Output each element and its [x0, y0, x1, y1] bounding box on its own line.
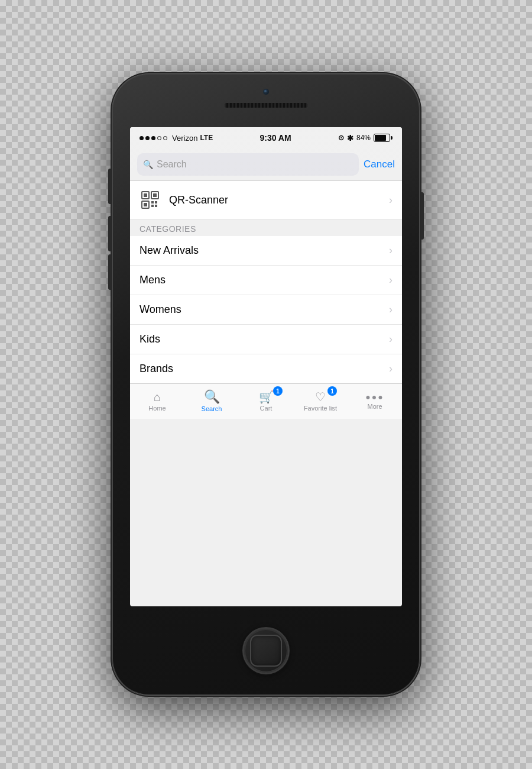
network-type: LTE	[200, 134, 213, 142]
battery-fill	[375, 135, 386, 141]
screen: Verizon LTE 9:30 AM ⊙ ✱ 84% 🔍 Search	[130, 127, 402, 606]
qr-scanner-label: QR-Scanner	[169, 194, 381, 206]
categories-list: New Arrivals › Mens › Womens › Kids › Br…	[130, 236, 402, 383]
tab-bar: ⌂ Home 🔍 Search 1 🛒 Cart 1 ♡ Favorite li…	[130, 383, 402, 419]
tab-favorites-label: Favorite list	[304, 405, 337, 412]
battery-body	[374, 134, 390, 142]
search-tab-icon: 🔍	[204, 390, 220, 403]
search-placeholder: Search	[157, 159, 187, 170]
more-icon: ●●●	[365, 393, 384, 401]
search-box[interactable]: 🔍 Search	[137, 153, 359, 176]
list-item[interactable]: Brands ›	[130, 354, 402, 383]
svg-rect-1	[144, 193, 147, 197]
tab-more[interactable]: ●●● More	[348, 384, 402, 419]
status-bar: Verizon LTE 9:30 AM ⊙ ✱ 84%	[130, 127, 402, 148]
battery-tip	[391, 136, 392, 140]
list-item[interactable]: New Arrivals ›	[130, 236, 402, 266]
signal-dots	[140, 136, 167, 140]
tab-search[interactable]: 🔍 Search	[184, 384, 239, 419]
categories-spacer: CATEGORIES	[130, 219, 402, 236]
camera	[262, 88, 270, 95]
search-area: 🔍 Search Cancel	[130, 148, 402, 180]
category-label-kids: Kids	[140, 333, 389, 345]
tab-search-label: Search	[202, 405, 222, 412]
cart-icon: 🛒	[259, 391, 274, 403]
svg-rect-9	[155, 205, 157, 207]
tab-more-label: More	[367, 403, 382, 410]
mens-chevron: ›	[389, 274, 392, 286]
kids-chevron: ›	[389, 333, 392, 345]
list-item[interactable]: Womens ›	[130, 295, 402, 325]
speaker-grille	[225, 103, 307, 108]
carrier-name: Verizon	[172, 134, 197, 143]
phone-frame: Verizon LTE 9:30 AM ⊙ ✱ 84% 🔍 Search	[112, 74, 420, 695]
tab-home[interactable]: ⌂ Home	[130, 384, 184, 419]
svg-rect-8	[151, 205, 154, 207]
search-icon: 🔍	[143, 160, 153, 169]
signal-dot-3	[151, 136, 155, 140]
svg-rect-3	[153, 193, 157, 197]
phone-bottom	[242, 606, 290, 695]
cart-badge: 1	[273, 386, 283, 396]
location-icon: ⊙	[338, 134, 344, 142]
home-button[interactable]	[242, 627, 290, 674]
category-label-mens: Mens	[140, 274, 389, 286]
signal-dot-5	[163, 136, 167, 140]
signal-dot-4	[157, 136, 161, 140]
qr-icon-box	[140, 189, 161, 211]
status-right: ⊙ ✱ 84%	[338, 134, 392, 143]
category-label-new-arrivals: New Arrivals	[140, 244, 389, 257]
phone-top	[112, 74, 420, 127]
brands-chevron: ›	[389, 363, 392, 375]
battery-percent: 84%	[356, 134, 371, 142]
status-left: Verizon LTE	[140, 134, 213, 143]
qr-code-icon	[141, 190, 160, 209]
womens-chevron: ›	[389, 303, 392, 316]
qr-scanner-section: QR-Scanner ›	[130, 181, 402, 219]
categories-header: CATEGORIES	[140, 224, 196, 234]
tab-cart[interactable]: 1 🛒 Cart	[239, 384, 293, 419]
status-time: 9:30 AM	[259, 133, 291, 143]
qr-scanner-item[interactable]: QR-Scanner ›	[130, 181, 402, 219]
svg-rect-5	[144, 203, 147, 206]
list-item[interactable]: Kids ›	[130, 325, 402, 354]
svg-rect-7	[155, 201, 157, 203]
svg-rect-6	[151, 201, 154, 203]
list-item[interactable]: Mens ›	[130, 266, 402, 295]
tab-favorites[interactable]: 1 ♡ Favorite list	[293, 384, 348, 419]
signal-dot-2	[145, 136, 150, 140]
category-label-womens: Womens	[140, 303, 389, 316]
signal-dot-1	[140, 136, 144, 140]
tab-cart-label: Cart	[260, 405, 273, 412]
favorites-icon: ♡	[315, 391, 326, 403]
favorites-badge: 1	[327, 386, 337, 396]
new-arrivals-chevron: ›	[389, 244, 392, 257]
home-icon: ⌂	[154, 391, 161, 403]
bluetooth-icon: ✱	[347, 134, 353, 143]
category-label-brands: Brands	[140, 363, 389, 375]
qr-scanner-chevron: ›	[389, 194, 392, 206]
cancel-button[interactable]: Cancel	[364, 159, 395, 170]
home-button-inner	[250, 635, 282, 667]
tab-home-label: Home	[148, 405, 166, 412]
battery-icon	[374, 134, 392, 142]
